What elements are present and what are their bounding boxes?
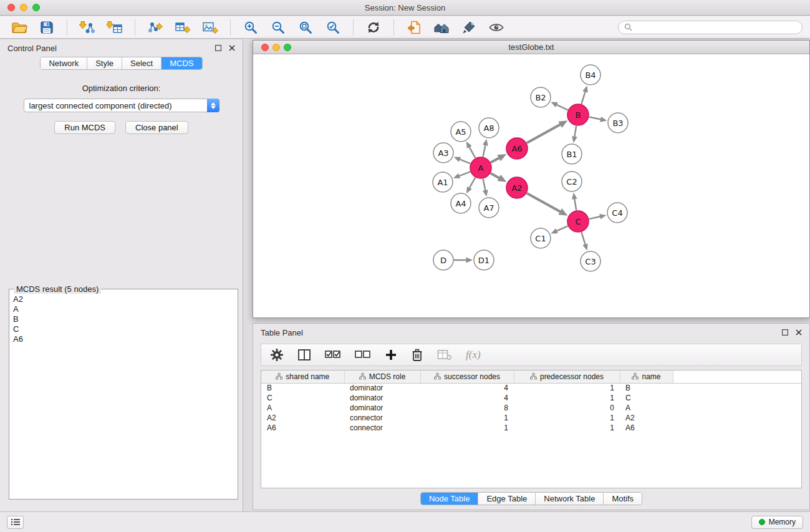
graph-node-B[interactable]: B <box>567 104 589 125</box>
select-all-button[interactable] <box>325 349 341 361</box>
graph-node-B2[interactable]: B2 <box>531 87 551 107</box>
graph-node-C4[interactable]: C4 <box>607 203 627 223</box>
table-settings-button[interactable] <box>270 348 284 362</box>
zoom-fit-button[interactable] <box>294 18 317 37</box>
table-row[interactable]: A2connector11A2 <box>261 413 801 423</box>
graph-edge-A-A3[interactable] <box>460 159 471 163</box>
memory-button[interactable]: Memory <box>751 516 803 529</box>
close-panel-icon[interactable] <box>796 329 802 336</box>
zoom-network-window-button[interactable] <box>284 44 291 51</box>
run-mcds-button[interactable]: Run MCDS <box>54 121 115 134</box>
delete-column-button[interactable] <box>411 348 423 362</box>
export-table-button[interactable] <box>171 18 195 37</box>
tab-mcds[interactable]: MCDS <box>161 57 201 69</box>
graph-edge-A-A7[interactable] <box>483 179 486 191</box>
graph-edge-B-B1[interactable] <box>574 126 576 137</box>
zoom-window-button[interactable] <box>32 4 40 11</box>
toggle-visibility-button[interactable] <box>485 18 508 37</box>
graph-node-A6[interactable]: A6 <box>506 138 528 159</box>
column-header-shared-name[interactable]: shared name <box>261 370 344 383</box>
tab-style[interactable]: Style <box>87 57 122 69</box>
column-header-name[interactable]: name <box>620 370 673 383</box>
graph-node-A7[interactable]: A7 <box>479 198 499 218</box>
graph-node-A[interactable]: A <box>470 157 491 178</box>
table-row[interactable]: Adominator80A <box>261 403 801 413</box>
graph-node-A1[interactable]: A1 <box>433 172 453 192</box>
graph-edge-A-A5[interactable] <box>469 147 475 158</box>
table-row[interactable]: A6connector11A6 <box>261 423 801 433</box>
graph-edge-A-A6[interactable] <box>491 158 499 163</box>
graph-node-C1[interactable]: C1 <box>531 228 551 248</box>
zoom-out-button[interactable] <box>266 18 290 37</box>
open-session-button[interactable] <box>7 18 31 37</box>
add-column-button[interactable] <box>385 349 397 361</box>
graph-node-C3[interactable]: C3 <box>581 251 600 271</box>
close-network-window-button[interactable] <box>261 44 269 51</box>
graph-node-A2[interactable]: A2 <box>506 177 528 198</box>
import-network-button[interactable] <box>75 18 99 37</box>
mcds-result-item[interactable]: A2 <box>13 294 234 304</box>
mcds-result-item[interactable]: B <box>13 314 234 324</box>
graphics-details-button[interactable] <box>457 18 481 37</box>
graph-edge-B-B3[interactable] <box>589 117 601 120</box>
graph-node-A4[interactable]: A4 <box>451 193 471 213</box>
graph-edge-C-C1[interactable] <box>556 226 568 231</box>
graph-node-D1[interactable]: D1 <box>474 250 494 270</box>
graph-node-A8[interactable]: A8 <box>479 118 499 138</box>
column-header-mcds-role[interactable]: MCDS role <box>344 370 420 383</box>
graph-node-B3[interactable]: B3 <box>608 113 628 133</box>
mcds-result-item[interactable]: C <box>13 324 234 334</box>
show-columns-button[interactable] <box>297 349 311 361</box>
tab-network-table[interactable]: Network Table <box>535 493 603 505</box>
graph-edge-C-C2[interactable] <box>574 198 576 210</box>
graph-edge-A-A2[interactable] <box>491 173 499 178</box>
tab-node-table[interactable]: Node Table <box>421 493 478 505</box>
graph-edge-A6-B[interactable] <box>527 124 561 143</box>
network-canvas[interactable]: AA1A2A3A4A5A6A7A8BB1B2B3B4CC1C2C3C4DD1 <box>253 54 809 317</box>
minimize-window-button[interactable] <box>20 4 27 11</box>
graph-edge-C-C4[interactable] <box>589 216 601 219</box>
graph-node-B4[interactable]: B4 <box>581 65 600 85</box>
zoom-selected-button[interactable] <box>321 18 345 37</box>
close-panel-icon[interactable] <box>229 45 235 51</box>
graph-edge-A-A8[interactable] <box>483 145 486 157</box>
save-session-button[interactable] <box>35 18 59 37</box>
graph-edge-A-A4[interactable] <box>469 178 475 188</box>
tab-network[interactable]: Network <box>41 57 87 69</box>
close-panel-button[interactable]: Close panel <box>125 121 188 134</box>
import-table-button[interactable] <box>103 18 127 37</box>
graph-node-D[interactable]: D <box>433 250 453 270</box>
table-row[interactable]: Bdominator41B <box>261 383 801 393</box>
export-network-button[interactable] <box>143 18 167 37</box>
apply-layout-button[interactable] <box>362 18 385 37</box>
minimize-network-window-button[interactable] <box>272 44 280 51</box>
search-box[interactable] <box>618 21 803 34</box>
graph-node-C2[interactable]: C2 <box>562 172 582 191</box>
graph-edge-C-C3[interactable] <box>581 232 585 245</box>
graph-node-A5[interactable]: A5 <box>451 122 471 142</box>
graph-node-A3[interactable]: A3 <box>433 143 453 163</box>
export-image-button[interactable] <box>198 18 222 37</box>
task-history-button[interactable] <box>7 516 24 529</box>
zoom-in-button[interactable] <box>239 18 263 37</box>
mcds-result-item[interactable]: A <box>13 304 234 314</box>
graph-edge-A-A1[interactable] <box>459 172 470 176</box>
float-panel-icon[interactable] <box>215 45 221 51</box>
home-view-button[interactable] <box>430 18 453 37</box>
close-window-button[interactable] <box>7 4 15 11</box>
delete-table-button[interactable] <box>437 349 452 361</box>
criterion-dropdown[interactable]: largest connected component (directed) <box>24 99 219 112</box>
tab-motifs[interactable]: Motifs <box>603 493 642 505</box>
export-document-button[interactable] <box>402 18 426 37</box>
float-panel-icon[interactable] <box>782 329 788 336</box>
graph-node-C[interactable]: C <box>567 211 589 232</box>
graph-edge-A2-C[interactable] <box>527 193 561 212</box>
column-header-successor-nodes[interactable]: successor nodes <box>420 370 514 383</box>
graph-edge-B-B4[interactable] <box>581 91 585 104</box>
mcds-result-item[interactable]: A6 <box>13 334 234 344</box>
function-builder-button[interactable]: f(x) <box>466 349 481 361</box>
graph-node-B1[interactable]: B1 <box>562 144 582 164</box>
deselect-all-button[interactable] <box>355 349 371 361</box>
tab-edge-table[interactable]: Edge Table <box>478 493 535 505</box>
graph-edge-B-B2[interactable] <box>556 105 568 110</box>
